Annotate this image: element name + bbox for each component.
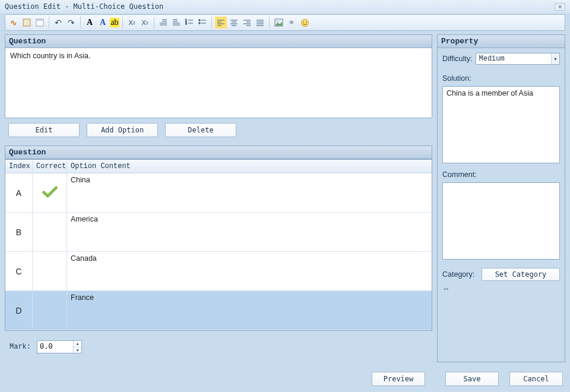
comment-label: Comment: — [442, 170, 560, 179]
indent-right-icon[interactable] — [170, 17, 182, 29]
col-content: Option Content — [67, 160, 432, 173]
emoji-icon[interactable] — [299, 17, 311, 29]
align-justify-icon[interactable] — [254, 17, 266, 29]
table-row[interactable]: BAmerica — [5, 213, 432, 252]
box-icon[interactable] — [21, 17, 33, 29]
preview-button[interactable]: Preview — [372, 372, 425, 386]
svg-point-36 — [276, 21, 278, 23]
font-bold-icon[interactable]: A — [84, 17, 96, 29]
save-button[interactable]: Save — [445, 372, 499, 386]
row-index: A — [5, 173, 33, 212]
category-label: Category: — [442, 270, 478, 279]
category-value: -- — [442, 284, 560, 293]
chevron-down-icon[interactable]: ▼ — [551, 53, 559, 64]
check-icon — [42, 185, 58, 200]
difficulty-label: Difficulty: — [442, 55, 472, 63]
col-index: Index — [5, 160, 33, 173]
spin-up-icon[interactable]: ▲ — [74, 341, 81, 347]
question-panel-header: Question — [5, 34, 432, 48]
svg-text:2: 2 — [185, 21, 187, 25]
add-option-button[interactable]: Add Option — [87, 123, 158, 137]
svg-point-38 — [303, 21, 304, 23]
link-icon[interactable]: ⚭ — [286, 17, 297, 29]
indent-left-icon[interactable] — [157, 17, 169, 29]
row-index: D — [5, 291, 33, 330]
question-text[interactable]: Which country is in Asia. — [5, 48, 432, 118]
difficulty-value: Medium — [479, 55, 504, 63]
row-content: France — [67, 291, 432, 330]
close-icon[interactable]: ✕ — [555, 3, 565, 11]
wave-icon[interactable]: ∿ — [8, 17, 20, 29]
options-panel-header: Question — [5, 146, 432, 159]
window-title: Question Edit - Multi-Choice Question — [5, 2, 163, 11]
svg-rect-2 — [36, 19, 43, 21]
panel-icon[interactable] — [34, 17, 46, 29]
highlight-icon[interactable]: ab — [110, 18, 119, 27]
solution-label: Solution: — [442, 74, 560, 83]
table-row[interactable]: AChina — [5, 173, 432, 213]
delete-button[interactable]: Delete — [165, 123, 236, 137]
mark-spinner[interactable]: ▲ ▼ — [37, 340, 82, 353]
row-correct[interactable] — [33, 173, 67, 212]
col-correct: Correct — [33, 160, 67, 173]
row-correct[interactable] — [33, 213, 67, 251]
row-content: China — [67, 173, 432, 212]
titlebar: Question Edit - Multi-Choice Question ✕ — [0, 0, 570, 13]
row-index: C — [5, 252, 33, 290]
svg-point-37 — [301, 19, 308, 26]
spin-down-icon[interactable]: ▼ — [74, 347, 81, 353]
align-right-icon[interactable] — [241, 17, 253, 29]
table-row[interactable]: CCanada — [5, 252, 432, 291]
row-index: B — [5, 213, 33, 251]
svg-point-17 — [199, 23, 201, 24]
undo-icon[interactable]: ↶ — [52, 17, 64, 29]
ordered-list-icon[interactable]: 12 — [183, 17, 195, 29]
superscript-icon[interactable]: X2 — [139, 17, 151, 29]
align-center-icon[interactable] — [228, 17, 240, 29]
row-correct[interactable] — [33, 291, 67, 330]
subscript-icon[interactable]: X2 — [126, 17, 138, 29]
edit-button[interactable]: Edit — [8, 123, 80, 137]
redo-icon[interactable]: ↷ — [65, 17, 77, 29]
difficulty-select[interactable]: Medium ▼ — [476, 53, 560, 65]
row-content: Canada — [67, 252, 432, 290]
bullet-list-icon[interactable] — [197, 17, 208, 29]
image-icon[interactable] — [273, 17, 284, 29]
mark-input[interactable] — [37, 341, 73, 353]
svg-point-39 — [306, 21, 307, 23]
cancel-button[interactable]: Cancel — [509, 372, 563, 386]
set-category-button[interactable]: Set Category — [482, 268, 560, 281]
row-content: America — [67, 213, 432, 251]
options-table: Index Correct Option Content AChinaBAmer… — [5, 159, 432, 331]
align-left-icon[interactable] — [215, 17, 227, 29]
mark-label: Mark: — [10, 343, 31, 351]
solution-textarea[interactable]: China is a member of Asia — [442, 86, 560, 163]
svg-point-15 — [199, 20, 201, 21]
font-color-icon[interactable]: A — [97, 17, 109, 29]
table-row[interactable]: DFrance — [5, 291, 432, 330]
format-toolbar: ∿ ↶ ↷ A A ab X2 X2 12 ⚭ — [5, 14, 565, 31]
property-panel-header: Property — [437, 34, 565, 48]
svg-rect-0 — [23, 19, 30, 26]
row-correct[interactable] — [33, 252, 67, 290]
comment-textarea[interactable] — [442, 182, 560, 260]
